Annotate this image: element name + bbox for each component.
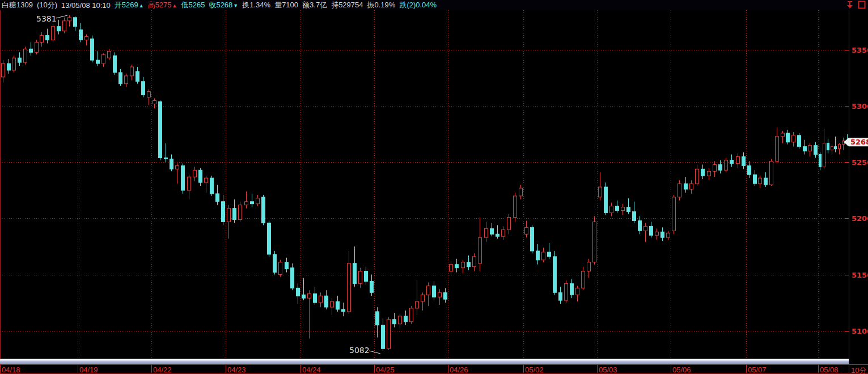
candle-body	[525, 227, 528, 234]
candle-body	[57, 27, 61, 31]
candle-body	[359, 271, 362, 284]
candle-body	[279, 262, 282, 275]
candle-body	[12, 58, 16, 70]
candle-body	[548, 252, 551, 257]
candle-body	[336, 301, 340, 309]
candle-body	[291, 268, 294, 288]
candle-body	[753, 175, 757, 184]
candle-body	[159, 101, 162, 158]
quote-header: 白糖1309 (10分) 13/05/08 10:10 开5269▲高5275▲…	[0, 0, 868, 10]
candle-body	[308, 294, 311, 298]
symbol-name: 白糖1309	[2, 0, 33, 10]
quote-item-收: 收5268▼	[209, 0, 238, 10]
candle-body	[565, 283, 568, 300]
candle-body	[353, 264, 357, 284]
candle-body	[68, 18, 71, 21]
price-tick-label: 5350	[852, 46, 868, 54]
candle-body	[725, 160, 728, 170]
period-label: (10分)	[37, 0, 57, 10]
candle-body	[576, 288, 579, 295]
candle-body	[719, 164, 722, 170]
candle-body	[382, 325, 385, 349]
candle-body	[672, 197, 676, 231]
candle-body	[96, 60, 100, 63]
candle-body	[18, 58, 22, 62]
candle-body	[650, 226, 653, 235]
candle-body	[514, 196, 517, 218]
price-tick-label: 5300	[852, 102, 868, 110]
quote-item-text: 高5275	[148, 1, 172, 9]
candle-body	[433, 286, 436, 297]
candle-body	[730, 160, 734, 163]
candle-body	[387, 320, 391, 349]
date-separator	[0, 365, 1, 373]
candle-body	[701, 169, 705, 176]
candle-body	[786, 133, 790, 142]
date-separator	[226, 365, 226, 373]
candle-body	[485, 228, 488, 237]
candle-body	[40, 36, 44, 42]
candle-body	[193, 170, 197, 177]
candle-body	[759, 178, 762, 184]
candle-body	[742, 157, 746, 166]
candle-body	[536, 251, 540, 260]
candle-body	[814, 146, 818, 155]
down-arrow-icon[interactable]	[846, 1, 854, 9]
candle-body	[29, 49, 33, 52]
horizontal-scrollbar[interactable]	[0, 359, 849, 364]
candle-body	[444, 292, 447, 299]
candle-body	[831, 147, 833, 150]
candle-body	[325, 296, 328, 307]
candle-body	[808, 146, 812, 151]
candle-body	[455, 265, 459, 268]
down-arrow-icon: ▼	[233, 3, 238, 8]
candle-body	[593, 222, 596, 262]
quote-item-振: 振0.19%	[367, 0, 396, 10]
up-arrow-icon: ▲	[139, 3, 144, 8]
quote-item-量: 量7100	[274, 0, 298, 10]
candle-body	[399, 316, 402, 324]
box-icon[interactable]	[858, 1, 866, 9]
candle-body	[696, 169, 699, 184]
candle-body	[519, 188, 523, 196]
quote-items: 开5269▲高5275▲低5265收5268▼换1.34%量7100额3.7亿持…	[115, 0, 441, 10]
low-price-label: 5082	[349, 346, 370, 355]
candle-body	[205, 178, 208, 182]
candle-body	[319, 296, 323, 303]
candle-body	[256, 198, 260, 204]
price-tick-label: 5200	[852, 214, 868, 223]
candle-body	[461, 262, 465, 268]
candle-body	[570, 283, 574, 295]
candle-body	[708, 171, 711, 176]
candle-body	[839, 144, 841, 149]
quote-item-换: 换1.34%	[242, 0, 270, 10]
date-separator	[448, 365, 448, 373]
candle-body	[803, 147, 807, 151]
candle-body	[393, 320, 396, 324]
high-pointer-line	[56, 15, 67, 18]
candle-body	[835, 147, 837, 149]
quote-item-开: 开5269▲	[115, 0, 144, 10]
quote-item-持: 持529754	[331, 0, 363, 10]
candle-body	[251, 202, 254, 204]
candle-body	[542, 252, 545, 260]
candle-body	[798, 135, 801, 147]
candle-body	[421, 295, 425, 301]
candle-body	[79, 30, 83, 40]
candle-body	[819, 155, 822, 167]
candle-body	[582, 271, 585, 288]
candle-body	[748, 165, 751, 175]
candle-body	[661, 232, 664, 237]
candle-body	[7, 63, 11, 70]
candle-body	[24, 49, 27, 62]
candle-body	[450, 265, 453, 271]
date-separator	[523, 365, 524, 373]
date-separator	[746, 365, 747, 373]
quote-item-text: 持529754	[331, 1, 363, 9]
candle-body	[438, 292, 442, 297]
quote-item-text: 额3.7亿	[302, 1, 327, 9]
candle-body	[667, 233, 670, 237]
candle-body	[113, 56, 117, 73]
candle-body	[233, 209, 236, 220]
candle-body	[125, 76, 128, 84]
